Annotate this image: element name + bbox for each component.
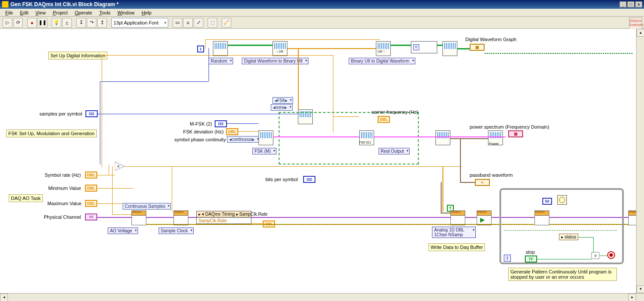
wire-orange-long1 [102, 55, 204, 56]
menu-window[interactable]: Window [114, 10, 138, 15]
wire-orange-top [205, 39, 380, 40]
font-selector[interactable]: 13pt Application Font [111, 18, 168, 28]
horizontal-scrollbar[interactable] [0, 293, 644, 301]
menu-file[interactable]: File [2, 10, 17, 15]
menu-operate[interactable]: Operate [71, 10, 96, 15]
daqmx-is-done[interactable] [534, 210, 549, 225]
step-out-button[interactable]: ↥ [97, 18, 107, 28]
run-button[interactable]: ▷ [3, 18, 12, 28]
wire-orange-long2 [204, 55, 333, 56]
control-symbol-rate[interactable]: DBL [85, 172, 97, 178]
control-min-value[interactable]: DBL [85, 185, 97, 192]
vertical-scrollbar[interactable] [636, 29, 644, 293]
wire-digital-1 [228, 45, 272, 46]
poly-bu82dw[interactable]: Binary U8 to Digital Waveform [349, 58, 415, 64]
unbundle-status[interactable]: ▸ status [559, 234, 578, 240]
indicator-passband[interactable]: ∿ [475, 179, 490, 186]
poly-fsk-m[interactable]: FSK (M) [252, 148, 276, 154]
highlight-exec-button[interactable]: 💡 [52, 18, 61, 28]
menu-project[interactable]: Project [49, 10, 71, 15]
abort-button[interactable]: ● [27, 18, 37, 28]
wire-sps-v [100, 81, 100, 164]
u8-to-dw-node[interactable] [376, 41, 391, 56]
constant-one[interactable]: 1 [197, 46, 204, 52]
control-carrier-freq[interactable]: DBL [378, 116, 390, 123]
multiply-node[interactable]: × [115, 162, 124, 171]
label-phase-cont: symbol phase continuity [174, 137, 226, 142]
title-bar: Gen FSK DAQmx Int Clk.vi Block Diagram *… [0, 0, 644, 9]
distribute-button[interactable]: ≡ [183, 18, 193, 28]
pause-button[interactable]: ❚❚ [38, 18, 47, 28]
wire-u8-array [287, 48, 376, 49]
u8-badge-1: ↓ U8 [276, 49, 283, 53]
wire-orange-long1v [102, 55, 102, 167]
menu-help[interactable]: Help [138, 10, 155, 15]
menu-tools[interactable]: Tools [96, 10, 114, 15]
control-fsk-dev[interactable]: DBL [226, 128, 238, 135]
label-bits-per-symbol: bits per symbol [265, 177, 298, 182]
constant-wait-ms[interactable]: 50 [542, 198, 552, 205]
wire-fskdev [238, 131, 258, 132]
generate-bits-node[interactable] [213, 41, 228, 56]
poly-analog-write[interactable]: Analog 1D DBL 1Chan NSamp [432, 227, 476, 238]
wire-wave-to-write [441, 182, 442, 213]
daqmx-timing[interactable] [173, 210, 188, 225]
control-physical-channel[interactable]: I/0 [85, 214, 97, 220]
daqmx-create-channel[interactable] [131, 210, 146, 225]
poly-ao-voltage[interactable]: AO Voltage [108, 228, 138, 234]
to-digital-wave-node[interactable] [442, 41, 457, 56]
control-samples-per-symbol[interactable]: I32 [85, 110, 98, 117]
label-max-value: Maximum Value [47, 201, 81, 206]
u8-badge-2: U8 ↑ [378, 49, 385, 53]
propnode-row: SampClk.Rate [197, 217, 251, 224]
loop-condition[interactable] [607, 251, 615, 259]
maximize-button[interactable]: □ [627, 1, 634, 7]
power-node-label: Power [489, 142, 499, 146]
minimize-button[interactable]: _ [619, 1, 626, 7]
step-into-button[interactable]: ↧ [76, 18, 86, 28]
label-power-spectrum: power spectrum (Frequency Domain) [470, 124, 549, 130]
control-m-fsk[interactable]: I32 [215, 120, 227, 127]
ring-none[interactable]: ◂none▸ [271, 104, 293, 111]
poly-real-output[interactable]: Real Output [379, 148, 410, 154]
daqmx-stop[interactable] [628, 210, 636, 225]
block-diagram-canvas[interactable]: Set Up Digital Information 1 Random ↓ U8… [0, 29, 636, 293]
label-symbol-rate: Symbol rate (Hz) [45, 172, 81, 178]
wire-orange-mid [333, 116, 359, 117]
dw-to-u8-node[interactable] [272, 41, 287, 56]
control-max-value[interactable]: DBL [85, 200, 97, 207]
or-node[interactable]: ∨ [591, 252, 599, 259]
wait-ms-node[interactable] [557, 195, 567, 205]
indicator-digital-graph[interactable]: ▦ [470, 44, 485, 51]
control-stop[interactable]: TF [525, 256, 537, 262]
wire-u8-down [298, 48, 299, 114]
fsk-system-node[interactable] [258, 130, 273, 145]
dw-index-node[interactable]: 0 [411, 41, 437, 53]
ring-continuous[interactable]: ◂continuous▸ [227, 136, 260, 143]
retain-wire-button[interactable]: ⎌ [62, 18, 72, 28]
indicator-power-spectrum[interactable]: ▦ [508, 130, 523, 137]
wire-status-or [578, 237, 593, 238]
menu-edit[interactable]: Edit [17, 10, 32, 15]
poly-random[interactable]: Random [209, 58, 233, 64]
step-over-button[interactable]: ↷ [87, 18, 96, 28]
loop-iteration: i [504, 255, 511, 262]
label-passband: passband waveform [470, 172, 513, 178]
resize-button[interactable]: ⤢ [194, 18, 203, 28]
run-cont-button[interactable]: ⟳ [13, 18, 23, 28]
ring-fsk[interactable]: ◂FSK▸ [272, 97, 293, 104]
menu-view[interactable]: View [32, 10, 50, 15]
align-button[interactable]: ▭ [173, 18, 182, 28]
cleanup-button[interactable]: 🧹 [222, 18, 231, 28]
indicator-bits-per-symbol[interactable]: I32 [303, 176, 315, 183]
reorder-button[interactable]: ⬚ [208, 18, 217, 28]
label-physical-channel: Physical Channel [44, 214, 81, 220]
daqmx-write[interactable] [450, 210, 465, 225]
poly-sample-clock[interactable]: Sample Clock [159, 228, 194, 234]
ring-cont-samples[interactable]: Continuous Samples [123, 203, 171, 210]
wire-digital-3 [437, 45, 442, 46]
iq-to-waveform-node[interactable] [435, 130, 450, 145]
label-m-fsk: M-FSK (2) [189, 121, 212, 126]
close-button[interactable]: × [635, 1, 642, 7]
comment-write-buffer: Write Data to Daq Buffer [428, 243, 485, 251]
